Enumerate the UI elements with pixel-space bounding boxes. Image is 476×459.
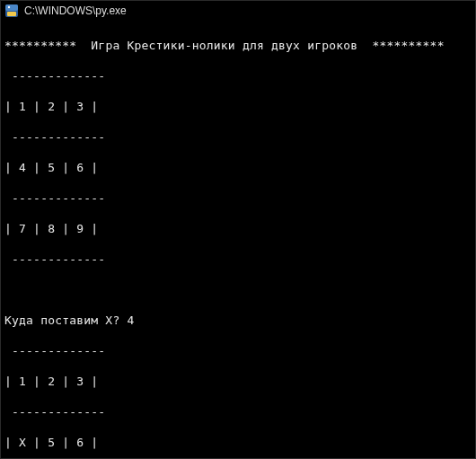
app-icon — [4, 4, 19, 18]
svg-rect-1 — [5, 4, 18, 11]
svg-rect-2 — [7, 12, 16, 16]
divider: ------------- — [4, 252, 472, 267]
divider: ------------- — [4, 68, 472, 84]
console-output[interactable]: ********** Игра Крестики-нолики для двух… — [1, 21, 475, 458]
board-row: | 7 | 8 | 9 | — [4, 221, 472, 236]
banner-line: ********** Игра Крестики-нолики для двух… — [4, 38, 472, 53]
divider: ------------- — [4, 404, 472, 419]
board-row: | 1 | 2 | 3 | — [4, 99, 472, 114]
divider: ------------- — [4, 190, 472, 206]
console-window: C:\WINDOWS\py.exe ********** Игра Крести… — [0, 0, 476, 459]
title-text: C:\WINDOWS\py.exe — [24, 4, 127, 17]
board-row: | 4 | 5 | 6 | — [4, 160, 472, 175]
board-row: | 1 | 2 | 3 | — [4, 374, 472, 389]
board-row: | X | 5 | 6 | — [4, 435, 472, 450]
divider: ------------- — [4, 129, 472, 145]
blank-line — [4, 282, 472, 297]
divider: ------------- — [4, 343, 472, 358]
svg-point-3 — [8, 6, 10, 8]
titlebar[interactable]: C:\WINDOWS\py.exe — [1, 1, 475, 21]
prompt-line: Куда поставим X? 4 — [4, 313, 472, 328]
user-input: 4 — [127, 313, 134, 327]
